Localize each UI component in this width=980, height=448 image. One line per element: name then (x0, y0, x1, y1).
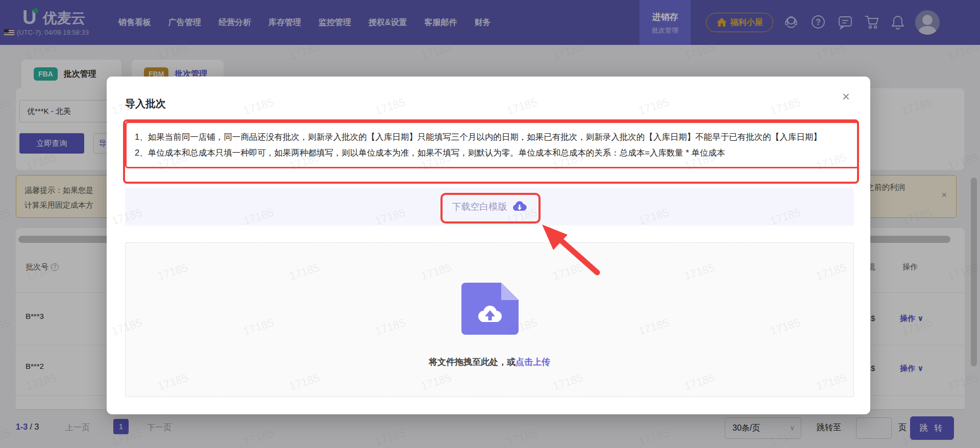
click-upload-link[interactable]: 点击上传 (516, 357, 550, 367)
modal-title: 导入批次 (125, 97, 166, 111)
download-template-label: 下载空白模版 (452, 201, 507, 213)
import-batch-modal: 导入批次 × 1、如果当前同一店铺，同一商品还没有批次，则新录入批次的【入库日期… (107, 77, 870, 414)
download-template-button[interactable]: 下载空白模版 (125, 188, 854, 226)
upload-file-icon (461, 283, 519, 335)
import-instructions: 1、如果当前同一店铺，同一商品还没有批次，则新录入批次的【入库日期】只能填写三个… (125, 121, 859, 168)
upload-dropzone[interactable]: 将文件拖拽至此处，或点击上传 (125, 242, 854, 397)
modal-close-icon[interactable]: × (842, 90, 850, 103)
instruction-line-1: 1、如果当前同一店铺，同一商品还没有批次，则新录入批次的【入库日期】只能填写三个… (135, 129, 849, 145)
cloud-download-icon (512, 201, 527, 213)
upload-hint: 将文件拖拽至此处，或点击上传 (126, 356, 853, 368)
instruction-line-2: 2、单位成本和总成本只填一种即可，如果两种都填写，则以单位成本为准，如果不填写，… (135, 145, 849, 161)
